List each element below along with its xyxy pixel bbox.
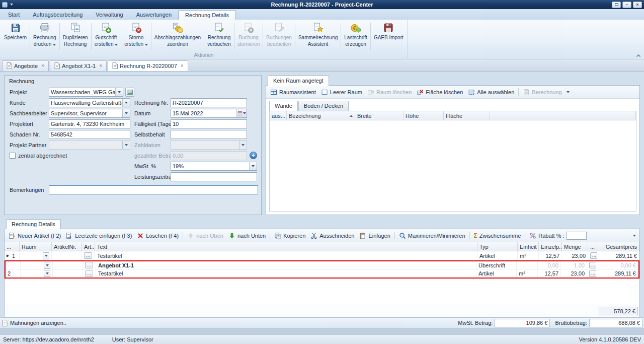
- quick-access-dropdown-icon[interactable]: [10, 4, 13, 6]
- column-header-bezeichnung[interactable]: Bezeichnung: [287, 111, 355, 120]
- more-cell[interactable]: …: [587, 269, 596, 278]
- toolbar-overflow-dropdown-icon[interactable]: [631, 232, 638, 240]
- tab-waende[interactable]: Wände: [269, 101, 298, 111]
- gesamtpreis-cell[interactable]: 0,00 €: [596, 261, 638, 269]
- ellipsis-button[interactable]: …: [590, 252, 597, 259]
- gesamtpreis-cell[interactable]: 289,11 €: [597, 251, 639, 260]
- datum-datepicker[interactable]: 15.Mai.2022: [171, 109, 247, 118]
- column-header-einzelpreis[interactable]: Einzelp...: [539, 242, 562, 251]
- typ-cell[interactable]: Überschrift: [476, 261, 517, 269]
- leistungszeitraum-field[interactable]: [171, 172, 257, 181]
- room-grid-body[interactable]: [269, 120, 636, 212]
- text-cell[interactable]: Testartikel: [95, 251, 477, 260]
- zentral-abgerechnet-checkbox[interactable]: [10, 153, 16, 159]
- ribbon-collapse-chevron-icon[interactable]: [636, 54, 641, 57]
- ellipsis-button[interactable]: …: [85, 270, 93, 277]
- ribbon-tab-start[interactable]: Start: [2, 10, 26, 20]
- gaeb-import-button[interactable]: GAEB Import: [371, 21, 406, 52]
- schaden-nr-field[interactable]: [49, 130, 130, 139]
- abschlagszahlungen-zuordnen-button[interactable]: Abschlagszahlungen zuordnen: [152, 21, 203, 52]
- gutschrift-erstellen-button[interactable]: Gutschrift erstellen: [92, 21, 121, 52]
- add-payment-button[interactable]: +: [250, 152, 257, 159]
- dropdown-button[interactable]: [115, 88, 123, 96]
- dropdown-button[interactable]: [249, 162, 257, 170]
- gesamtpreis-cell[interactable]: 289,11 €: [596, 269, 638, 278]
- column-header-artikelnr[interactable]: ArtikelNr.: [52, 242, 82, 251]
- ellipsis-button[interactable]: …: [85, 262, 93, 268]
- more-cell[interactable]: …: [587, 261, 596, 269]
- art-cell[interactable]: …: [83, 261, 96, 269]
- flaeche-loeschen-button[interactable]: Fläche löschen: [414, 88, 465, 97]
- einheit-cell[interactable]: m²: [517, 269, 538, 278]
- loeschen-button[interactable]: Löschen (F4): [134, 231, 181, 240]
- tab-kein-raum-angelegt[interactable]: Kein Raum angelegt: [268, 76, 329, 86]
- kopieren-button[interactable]: Kopieren: [272, 231, 308, 240]
- storno-erstellen-button[interactable]: Storno erstellen: [122, 21, 150, 52]
- ellipsis-button[interactable]: …: [589, 270, 596, 277]
- einheit-cell[interactable]: m²: [518, 251, 539, 260]
- app-icon[interactable]: [2, 2, 8, 8]
- ribbon-tab-auswertungen[interactable]: Auswertungen: [130, 10, 178, 20]
- sachbearbeiter-combobox[interactable]: Supervisor, Supervisor: [49, 109, 130, 118]
- grid-empty-area[interactable]: [5, 279, 639, 305]
- column-header-auswahl[interactable]: aus...: [270, 111, 287, 120]
- close-button[interactable]: ×: [633, 2, 642, 8]
- raumassistent-button[interactable]: Raumassistent: [268, 88, 318, 97]
- doc-tab-angebote[interactable]: Angebote ×: [2, 60, 49, 71]
- einzelpreis-cell[interactable]: 12,57: [538, 269, 561, 278]
- rechnung-verbuchen-button[interactable]: Rechnung verbuchen: [205, 21, 233, 52]
- rechnung-drucken-button[interactable]: Rechnung drucken: [31, 21, 59, 52]
- more-cell[interactable]: …: [588, 251, 597, 260]
- leerer-raum-button[interactable]: Leerer Raum: [318, 88, 365, 97]
- alle-auswaehlen-button[interactable]: Alle auswählen: [465, 88, 517, 97]
- maximieren-minimieren-button[interactable]: Maximieren/Minimieren: [396, 231, 468, 240]
- close-tab-icon[interactable]: ×: [181, 63, 184, 68]
- column-header-art[interactable]: Art...: [82, 242, 95, 251]
- raum-dropdown-button[interactable]: [43, 252, 49, 259]
- kunde-combobox[interactable]: Hausverwaltung Gartenstraße: [49, 98, 130, 107]
- doc-tab-angebot-x1-1[interactable]: Angebot X1-1 ×: [50, 60, 107, 71]
- selbstbehalt-field[interactable]: [171, 130, 247, 139]
- column-header-menge[interactable]: Menge: [562, 242, 588, 251]
- ribbon-tab-auftragsbearbeitung[interactable]: Auftragsbearbeitung: [26, 10, 89, 20]
- tab-rechnung-details[interactable]: Rechnung Details: [6, 219, 61, 229]
- ribbon-tab-verwaltung[interactable]: Verwaltung: [89, 10, 129, 20]
- einzelpreis-cell[interactable]: 0,00: [538, 261, 561, 269]
- ribbon-tab-rechnung-details[interactable]: Rechnung Details: [178, 10, 236, 20]
- dropdown-button[interactable]: [122, 109, 130, 117]
- ellipsis-button[interactable]: …: [589, 262, 596, 268]
- column-header-typ[interactable]: Typ: [477, 242, 518, 251]
- dropdown-button[interactable]: [122, 99, 130, 107]
- art-cell[interactable]: …: [83, 269, 96, 278]
- leerzeile-einfuegen-button[interactable]: Leerzeile einfügen (F3): [63, 231, 134, 240]
- berechnung-dropdown-icon[interactable]: [565, 88, 572, 96]
- ausschneiden-button[interactable]: Ausschneiden: [308, 231, 357, 240]
- projektort-field[interactable]: [49, 119, 130, 128]
- table-row[interactable]: 1 … Testartikel Artikel m² 12,57 23,00 ……: [5, 251, 639, 260]
- neuer-artikel-button[interactable]: Neuer Artikel (F2): [6, 231, 63, 240]
- speichern-button[interactable]: Speichern: [2, 21, 29, 52]
- open-projekt-button[interactable]: [125, 88, 134, 97]
- column-header-indicator[interactable]: ...: [5, 242, 20, 251]
- column-header-einheit[interactable]: Einheit: [518, 242, 539, 251]
- zwischensumme-button[interactable]: Σ Zwischensumme: [471, 232, 524, 240]
- calendar-dropdown-button[interactable]: [236, 109, 247, 117]
- sammelrechnung-assistent-button[interactable]: Sammelrechnung Assistent: [296, 21, 340, 52]
- rabatt-input[interactable]: [567, 232, 587, 240]
- artikelnr-cell[interactable]: [52, 251, 82, 260]
- text-cell[interactable]: Testartikel: [96, 269, 476, 278]
- column-header-gesamtpreis[interactable]: Gesamtpreis: [597, 242, 639, 251]
- mahnungen-button[interactable]: Mahnungen anzeigen..: [2, 320, 456, 326]
- nach-unten-button[interactable]: nach Unten: [226, 231, 268, 240]
- doc-tab-rechnung-r-20220007[interactable]: Rechnung R-20220007 ×: [108, 60, 188, 71]
- typ-cell[interactable]: Artikel: [476, 269, 517, 278]
- artikelnr-cell[interactable]: [53, 261, 83, 269]
- einzelpreis-cell[interactable]: 12,57: [539, 251, 562, 260]
- column-header-text[interactable]: Text: [95, 242, 477, 251]
- lastschrift-erzeugen-button[interactable]: € Lastschrift erzeugen: [342, 21, 370, 52]
- tab-boeden-decken[interactable]: Böden / Decken: [298, 101, 349, 111]
- raum-cell[interactable]: [21, 261, 53, 269]
- bemerkungen-field[interactable]: [49, 185, 258, 194]
- einfuegen-button[interactable]: Einfügen: [357, 231, 392, 240]
- projekt-combobox[interactable]: Wasserschaden_WEG Garte...: [49, 88, 123, 97]
